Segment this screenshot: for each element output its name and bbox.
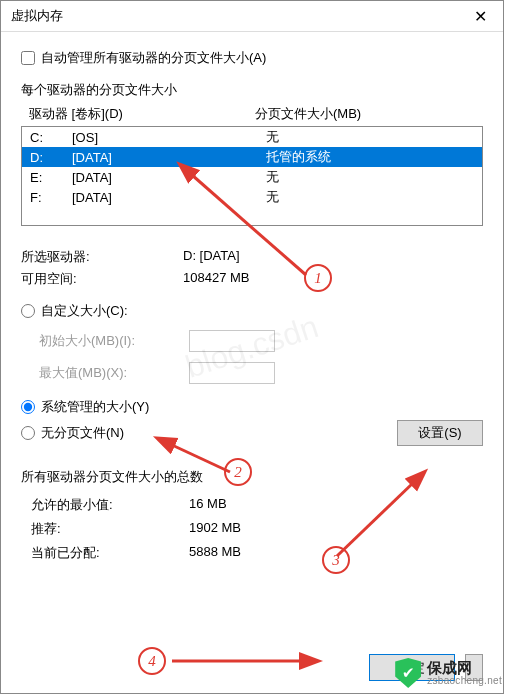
shield-icon: ✔ xyxy=(395,658,421,688)
drive-paging: 托管的系统 xyxy=(266,148,474,166)
drive-paging: 无 xyxy=(266,128,474,146)
site-watermark: ✔ 保成网 zsbaocheng.net xyxy=(395,658,502,688)
virtual-memory-dialog: 虚拟内存 ✕ 自动管理所有驱动器的分页文件大小(A) 每个驱动器的分页文件大小 … xyxy=(0,0,504,694)
custom-size-label: 自定义大小(C): xyxy=(41,302,128,320)
max-size-label: 最大值(MB)(X): xyxy=(21,364,189,382)
totals-heading: 所有驱动器分页文件大小的总数 xyxy=(21,468,483,486)
free-space-row: 可用空间: 108427 MB xyxy=(21,270,483,288)
drive-label: [DATA] xyxy=(72,190,266,205)
custom-size-radio-row[interactable]: 自定义大小(C): xyxy=(21,302,483,320)
system-managed-radio-row[interactable]: 系统管理的大小(Y) xyxy=(21,398,483,416)
drive-letter: E: xyxy=(30,170,72,185)
custom-size-radio[interactable] xyxy=(21,304,35,318)
dialog-content: 自动管理所有驱动器的分页文件大小(A) 每个驱动器的分页文件大小 驱动器 [卷标… xyxy=(1,32,503,572)
max-size-row: 最大值(MB)(X): xyxy=(21,362,483,384)
rec-label: 推荐: xyxy=(31,520,189,538)
watermark-name: 保成网 xyxy=(427,660,502,676)
auto-manage-row[interactable]: 自动管理所有驱动器的分页文件大小(A) xyxy=(21,49,483,67)
auto-manage-checkbox[interactable] xyxy=(21,51,35,65)
drive-label: [DATA] xyxy=(72,150,266,165)
initial-size-row: 初始大小(MB)(I): xyxy=(21,330,483,352)
watermark-url: zsbaocheng.net xyxy=(427,676,502,687)
close-icon[interactable]: ✕ xyxy=(466,7,495,26)
drives-heading: 每个驱动器的分页文件大小 xyxy=(21,81,483,99)
col-drive: 驱动器 [卷标](D) xyxy=(29,105,255,123)
no-paging-label: 无分页文件(N) xyxy=(41,424,124,442)
drive-letter: D: xyxy=(30,150,72,165)
free-space-value: 108427 MB xyxy=(183,270,483,288)
rec-row: 推荐: 1902 MB xyxy=(21,520,483,538)
drive-paging: 无 xyxy=(266,188,474,206)
window-title: 虚拟内存 xyxy=(11,7,63,25)
free-space-label: 可用空间: xyxy=(21,270,183,288)
set-button[interactable]: 设置(S) xyxy=(397,420,483,446)
initial-size-label: 初始大小(MB)(I): xyxy=(21,332,189,350)
drive-row[interactable]: D:[DATA]托管的系统 xyxy=(22,147,482,167)
rec-value: 1902 MB xyxy=(189,520,483,538)
drive-paging: 无 xyxy=(266,168,474,186)
col-paging: 分页文件大小(MB) xyxy=(255,105,479,123)
titlebar: 虚拟内存 ✕ xyxy=(1,1,503,32)
drive-row[interactable]: F:[DATA]无 xyxy=(22,187,482,207)
min-value: 16 MB xyxy=(189,496,483,514)
drive-label: [DATA] xyxy=(72,170,266,185)
no-paging-radio[interactable] xyxy=(21,426,35,440)
initial-size-input xyxy=(189,330,275,352)
cur-label: 当前已分配: xyxy=(31,544,189,562)
max-size-input xyxy=(189,362,275,384)
drive-row[interactable]: E:[DATA]无 xyxy=(22,167,482,187)
drive-label: [OS] xyxy=(72,130,266,145)
min-row: 允许的最小值: 16 MB xyxy=(21,496,483,514)
system-managed-radio[interactable] xyxy=(21,400,35,414)
min-label: 允许的最小值: xyxy=(31,496,189,514)
drive-columns: 驱动器 [卷标](D) 分页文件大小(MB) xyxy=(21,105,483,126)
drive-letter: C: xyxy=(30,130,72,145)
selected-drive-row: 所选驱动器: D: [DATA] xyxy=(21,248,483,266)
selected-drive-label: 所选驱动器: xyxy=(21,248,183,266)
drive-letter: F: xyxy=(30,190,72,205)
drive-list[interactable]: C:[OS]无D:[DATA]托管的系统E:[DATA]无F:[DATA]无 xyxy=(21,126,483,226)
cur-value: 5888 MB xyxy=(189,544,483,562)
drive-row[interactable]: C:[OS]无 xyxy=(22,127,482,147)
system-managed-label: 系统管理的大小(Y) xyxy=(41,398,149,416)
selected-drive-value: D: [DATA] xyxy=(183,248,483,266)
auto-manage-label: 自动管理所有驱动器的分页文件大小(A) xyxy=(41,49,266,67)
cur-row: 当前已分配: 5888 MB xyxy=(21,544,483,562)
